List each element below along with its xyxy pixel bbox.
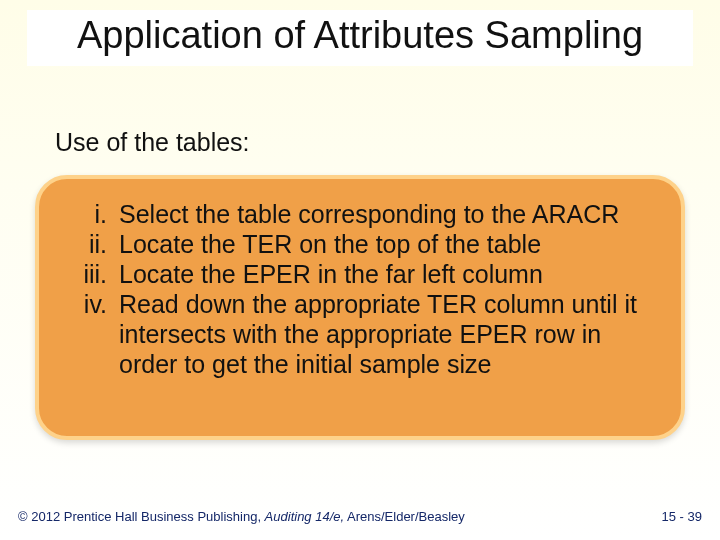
footer: © 2012 Prentice Hall Business Publishing…	[18, 509, 702, 524]
slide-title: Application of Attributes Sampling	[77, 14, 643, 58]
list-item-number: iii.	[49, 259, 119, 289]
footer-book-title: Auditing 14/e,	[265, 509, 345, 524]
slide-title-bg: Application of Attributes Sampling	[27, 10, 693, 66]
content-panel: i. Select the table corresponding to the…	[35, 175, 685, 440]
list-item: i. Select the table corresponding to the…	[49, 199, 671, 229]
list-item-text: Select the table corresponding to the AR…	[119, 199, 671, 229]
slide-title-wrap: Application of Attributes Sampling	[0, 10, 720, 66]
footer-page-number: 15 - 39	[662, 509, 702, 524]
list-item-text: Read down the appropriate TER column unt…	[119, 289, 671, 379]
list-item: ii. Locate the TER on the top of the tab…	[49, 229, 671, 259]
footer-copyright-prefix: © 2012 Prentice Hall Business Publishing…	[18, 509, 265, 524]
footer-authors: Arens/Elder/Beasley	[344, 509, 465, 524]
list-item-number: iv.	[49, 289, 119, 379]
slide-subtitle: Use of the tables:	[55, 128, 250, 157]
list-item-number: ii.	[49, 229, 119, 259]
list-item-text: Locate the TER on the top of the table	[119, 229, 671, 259]
list-item: iv. Read down the appropriate TER column…	[49, 289, 671, 379]
list-item-text: Locate the EPER in the far left column	[119, 259, 671, 289]
ordered-list: i. Select the table corresponding to the…	[49, 199, 671, 379]
footer-copyright: © 2012 Prentice Hall Business Publishing…	[18, 509, 465, 524]
list-item: iii. Locate the EPER in the far left col…	[49, 259, 671, 289]
list-item-number: i.	[49, 199, 119, 229]
